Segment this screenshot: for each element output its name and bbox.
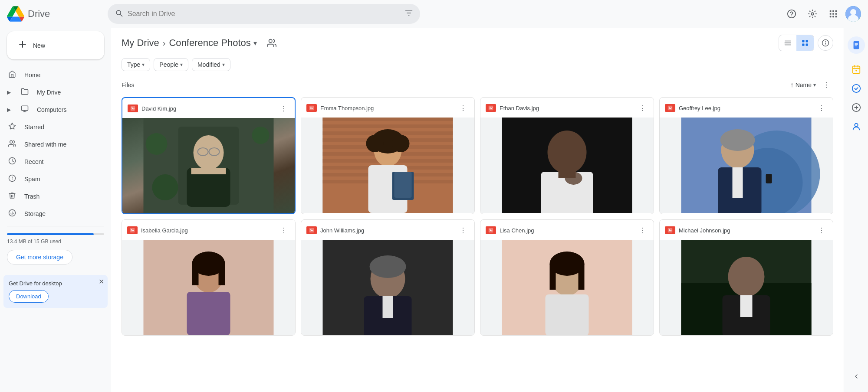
sidebar-item-trash[interactable]: Trash bbox=[0, 188, 104, 205]
file-preview bbox=[660, 240, 833, 335]
breadcrumb-chevron-icon[interactable]: ▾ bbox=[253, 39, 257, 47]
sidebar: New Home ▶ My Drive ▶ bbox=[0, 28, 111, 392]
avatar[interactable] bbox=[845, 6, 861, 22]
file-menu-button[interactable]: ⋮ bbox=[457, 102, 469, 114]
svg-rect-3 bbox=[832, 10, 834, 12]
file-card[interactable]: David Kim.jpg ⋮ bbox=[122, 97, 296, 214]
svg-rect-109 bbox=[546, 294, 589, 335]
svg-rect-29 bbox=[806, 44, 808, 46]
sidebar-item-label: Starred bbox=[24, 124, 44, 131]
list-view-button[interactable] bbox=[779, 35, 796, 51]
file-card-header: Ethan Davis.jpg ⋮ bbox=[480, 98, 654, 118]
file-card-header: Michael Johnson.jpg ⋮ bbox=[660, 220, 833, 240]
sidebar-item-shared[interactable]: Shared with me bbox=[0, 136, 104, 153]
file-title-area: Emma Thompson.jpg bbox=[306, 104, 454, 112]
filter-modified[interactable]: Modified ▾ bbox=[192, 58, 230, 71]
search-filter-icon[interactable] bbox=[404, 9, 413, 20]
sort-up-icon: ↑ bbox=[790, 81, 794, 89]
promo-close-button[interactable]: ✕ bbox=[99, 278, 104, 285]
sidebar-item-computers[interactable]: ▶ Computers bbox=[0, 101, 104, 118]
svg-rect-26 bbox=[802, 40, 804, 42]
sidebar-item-label: Shared with me bbox=[24, 141, 66, 148]
file-menu-button[interactable]: ⋮ bbox=[815, 224, 828, 236]
rail-contacts-button[interactable] bbox=[848, 118, 865, 135]
settings-button[interactable] bbox=[804, 5, 821, 23]
grid-view-button[interactable] bbox=[796, 35, 814, 51]
files-grid: David Kim.jpg ⋮ bbox=[122, 97, 833, 336]
file-menu-button[interactable]: ⋮ bbox=[457, 224, 469, 236]
computers-icon bbox=[20, 105, 30, 115]
more-options-button[interactable] bbox=[819, 78, 833, 92]
file-card[interactable]: Isabella Garcia.jpg ⋮ bbox=[122, 219, 296, 336]
svg-point-125 bbox=[855, 70, 857, 72]
svg-point-34 bbox=[826, 85, 827, 85]
file-thumb-icon bbox=[306, 226, 317, 234]
file-thumb-icon bbox=[486, 104, 496, 112]
svg-point-50 bbox=[310, 107, 311, 108]
svg-rect-86 bbox=[766, 174, 772, 183]
search-bar[interactable] bbox=[108, 4, 420, 24]
file-card[interactable]: Lisa Chen.jpg ⋮ bbox=[480, 219, 654, 336]
sidebar-item-storage[interactable]: Storage bbox=[0, 205, 104, 222]
svg-point-103 bbox=[490, 229, 490, 230]
filter-people[interactable]: People ▾ bbox=[154, 58, 188, 71]
sort-button[interactable]: ↑ Name ▾ bbox=[790, 81, 816, 89]
download-button[interactable]: Download bbox=[9, 290, 49, 303]
filter-type[interactable]: Type ▾ bbox=[122, 58, 150, 71]
rail-expand-button[interactable] bbox=[848, 368, 865, 385]
breadcrumb-parent[interactable]: My Drive bbox=[122, 37, 159, 49]
files-header: Files ↑ Name ▾ bbox=[122, 78, 833, 92]
svg-point-13 bbox=[850, 9, 856, 15]
svg-rect-108 bbox=[579, 264, 585, 290]
svg-point-47 bbox=[252, 127, 270, 144]
sidebar-item-recent[interactable]: Recent bbox=[0, 153, 104, 170]
file-menu-button[interactable]: ⋮ bbox=[636, 102, 648, 114]
file-menu-button[interactable]: ⋮ bbox=[815, 102, 828, 114]
storage-bar-background bbox=[7, 233, 104, 235]
file-card[interactable]: John Williams.jpg ⋮ bbox=[301, 219, 475, 336]
filter-modified-arrow-icon: ▾ bbox=[222, 62, 225, 68]
file-menu-button[interactable]: ⋮ bbox=[278, 224, 290, 236]
sidebar-item-my-drive[interactable]: ▶ My Drive bbox=[0, 84, 104, 101]
sort-arrow-icon: ▾ bbox=[813, 82, 816, 88]
file-preview bbox=[301, 240, 474, 335]
get-storage-button[interactable]: Get more storage bbox=[7, 250, 72, 265]
apps-button[interactable] bbox=[825, 5, 842, 23]
rail-docs-button[interactable] bbox=[848, 36, 865, 54]
file-card[interactable]: Emma Thompson.jpg ⋮ bbox=[301, 97, 475, 214]
sidebar-item-starred[interactable]: Starred bbox=[0, 118, 104, 136]
file-card[interactable]: Geoffrey Lee.jpg ⋮ bbox=[659, 97, 833, 214]
svg-point-48 bbox=[152, 174, 178, 200]
sidebar-item-label: Recent bbox=[24, 158, 43, 165]
main-layout: New Home ▶ My Drive ▶ bbox=[0, 28, 868, 392]
svg-point-1 bbox=[811, 13, 814, 15]
search-input[interactable] bbox=[128, 10, 400, 18]
storage-section: 13.4 MB of 15 GB used Get more storage bbox=[0, 230, 111, 271]
help-button[interactable] bbox=[783, 5, 800, 23]
file-thumb-icon bbox=[665, 226, 675, 234]
recent-icon bbox=[7, 157, 17, 167]
sidebar-item-home[interactable]: Home bbox=[0, 66, 104, 84]
rail-calendar-button[interactable] bbox=[848, 61, 865, 78]
file-menu-button[interactable]: ⋮ bbox=[636, 224, 648, 236]
file-name: Geoffrey Lee.jpg bbox=[679, 105, 720, 111]
filters-bar: Type ▾ People ▾ Modified ▾ bbox=[122, 58, 833, 71]
file-card[interactable]: Ethan Davis.jpg ⋮ bbox=[480, 97, 654, 214]
file-preview bbox=[660, 118, 833, 213]
sort-label: Name bbox=[796, 82, 812, 88]
file-card-header: Geoffrey Lee.jpg ⋮ bbox=[660, 98, 833, 118]
file-name: Lisa Chen.jpg bbox=[500, 227, 534, 234]
new-button[interactable]: New bbox=[7, 31, 104, 59]
file-card[interactable]: Michael Johnson.jpg ⋮ bbox=[659, 219, 833, 336]
sidebar-item-spam[interactable]: Spam bbox=[0, 170, 104, 188]
file-menu-button[interactable]: ⋮ bbox=[277, 102, 289, 114]
share-button[interactable] bbox=[264, 35, 279, 51]
svg-point-35 bbox=[826, 87, 827, 88]
rail-add-button[interactable] bbox=[848, 99, 865, 116]
svg-rect-8 bbox=[830, 16, 832, 18]
svg-rect-7 bbox=[835, 13, 837, 15]
svg-rect-2 bbox=[830, 10, 832, 12]
avatar-image bbox=[845, 6, 861, 22]
info-button[interactable] bbox=[818, 35, 833, 51]
rail-tasks-button[interactable] bbox=[848, 80, 865, 97]
